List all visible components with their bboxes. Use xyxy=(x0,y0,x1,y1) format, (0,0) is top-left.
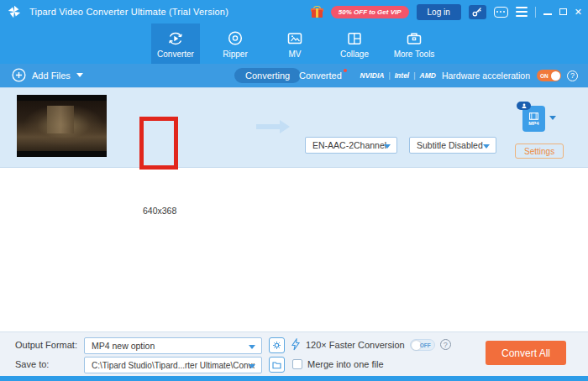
add-files-label: Add Files xyxy=(32,70,71,81)
faster-conversion-toggle[interactable]: OFF xyxy=(410,339,435,351)
tab-label: Ripper xyxy=(223,50,247,59)
tab-ripper[interactable]: Ripper xyxy=(211,23,260,64)
video-thumbnail[interactable] xyxy=(17,95,107,157)
convert-all-button[interactable]: Convert All xyxy=(486,341,566,365)
chevron-down-icon xyxy=(483,144,490,149)
tipard-logo-icon xyxy=(7,4,22,19)
register-key-button[interactable] xyxy=(469,5,486,19)
tab-label: Collage xyxy=(340,50,369,59)
save-to-value: C:\Tipard Studio\Tipard...rter Ultimate\… xyxy=(92,361,255,370)
tab-more-tools[interactable]: More Tools xyxy=(390,23,438,64)
toggle-knob xyxy=(551,71,560,81)
subtitle-value: Subtitle Disabled xyxy=(417,140,483,150)
chevron-down-icon xyxy=(384,144,391,149)
merge-checkbox[interactable] xyxy=(292,359,302,369)
chevron-down-icon xyxy=(249,345,255,349)
close-button[interactable]: ✕ xyxy=(575,8,582,17)
login-button[interactable]: Log in xyxy=(417,4,461,20)
converted-tab[interactable]: Converted xyxy=(299,70,342,81)
output-format-select[interactable]: MP4 new option xyxy=(84,337,262,354)
tab-label: Converter xyxy=(157,50,194,59)
nav-bar: Converter Ripper MV xyxy=(0,23,588,64)
converted-notification-dot xyxy=(344,69,347,72)
bottom-accent-strip xyxy=(0,376,588,381)
audio-track-select[interactable]: EN-AAC-2Channel xyxy=(305,137,397,154)
device-profile-badge xyxy=(517,102,531,110)
window-title: Tipard Video Converter Ultimate (Trial V… xyxy=(29,7,228,17)
faster-help-icon[interactable]: ? xyxy=(440,339,451,350)
toolbox-icon xyxy=(405,29,423,48)
ripper-disc-icon xyxy=(226,29,244,48)
file-list-empty-area xyxy=(0,169,588,331)
titlebar-separator xyxy=(535,7,536,18)
minimize-button[interactable] xyxy=(543,13,552,15)
add-files-caret-icon[interactable] xyxy=(76,73,83,77)
intel-label: Intel xyxy=(395,71,409,80)
save-to-label: Save to: xyxy=(15,359,49,369)
converting-tab[interactable]: Converting xyxy=(234,68,301,83)
toggle-on-label: ON xyxy=(540,73,549,79)
file-row[interactable]: Source: sample-mp4.mp4 i MP4 640x368 00:… xyxy=(0,87,588,168)
add-files-button[interactable]: Add Files xyxy=(12,68,83,82)
collage-icon xyxy=(345,29,364,48)
lightning-icon xyxy=(291,338,301,351)
maximize-button[interactable] xyxy=(559,8,567,15)
hw-acceleration-label: Hardware acceleration xyxy=(442,70,530,81)
menu-icon[interactable] xyxy=(516,7,528,16)
nvidia-label: NVIDIA xyxy=(360,71,385,80)
cut-highlight-annotation xyxy=(139,117,178,170)
converter-icon xyxy=(166,29,185,48)
film-icon xyxy=(529,112,538,120)
merge-label: Merge into one file xyxy=(307,359,384,369)
tab-converter[interactable]: Converter xyxy=(151,23,200,64)
toggle-off-label: OFF xyxy=(420,342,431,348)
tab-label: MV xyxy=(289,50,302,59)
hw-help-icon[interactable]: ? xyxy=(567,70,578,81)
save-to-select[interactable]: C:\Tipard Studio\Tipard...rter Ultimate\… xyxy=(84,357,262,373)
title-bar: Tipard Video Converter Ultimate (Trial V… xyxy=(0,0,588,23)
mv-icon xyxy=(286,29,304,48)
tab-mv[interactable]: MV xyxy=(270,23,319,64)
format-dropdown-caret-icon[interactable] xyxy=(549,116,556,120)
subtitle-select[interactable]: Subtitle Disabled xyxy=(409,137,496,154)
output-format-label: Output Format: xyxy=(15,340,77,350)
tab-collage[interactable]: Collage xyxy=(330,23,379,64)
faster-conversion-label: 120× Faster Conversion xyxy=(306,340,405,350)
bottom-bar: Output Format: MP4 new option 120× Faste… xyxy=(0,331,588,376)
add-circle-icon xyxy=(12,68,26,82)
output-format-value: MP4 new option xyxy=(92,341,155,351)
amd-label: AMD xyxy=(420,71,436,80)
folder-icon xyxy=(272,361,281,369)
app-window: Tipard Video Converter Ultimate (Trial V… xyxy=(0,0,588,381)
hw-acceleration-toggle[interactable]: ON xyxy=(537,70,561,81)
converted-label: Converted xyxy=(299,70,342,81)
sub-toolbar: Add Files Converting Converted NVIDIA | … xyxy=(0,64,588,87)
gear-icon xyxy=(272,341,281,350)
format-settings-button[interactable] xyxy=(269,337,285,353)
source-resolution-obscured: 640x368 xyxy=(143,206,176,216)
settings-button[interactable]: Settings xyxy=(515,144,564,159)
key-icon xyxy=(472,7,482,17)
file-format-chip-label: MP4 xyxy=(528,121,538,126)
open-folder-button[interactable] xyxy=(269,357,285,373)
tab-label: More Tools xyxy=(394,50,435,59)
flow-arrow-icon xyxy=(255,118,291,135)
promo-badge[interactable]: 50% OFF to Get VIP xyxy=(331,6,409,18)
hardware-acceleration-group: NVIDIA | Intel | AMD Hardware accelerati… xyxy=(360,64,578,87)
chevron-down-icon xyxy=(249,364,255,368)
gift-icon[interactable] xyxy=(311,6,323,18)
audio-track-value: EN-AAC-2Channel xyxy=(312,140,386,150)
feedback-icon[interactable] xyxy=(494,7,508,18)
